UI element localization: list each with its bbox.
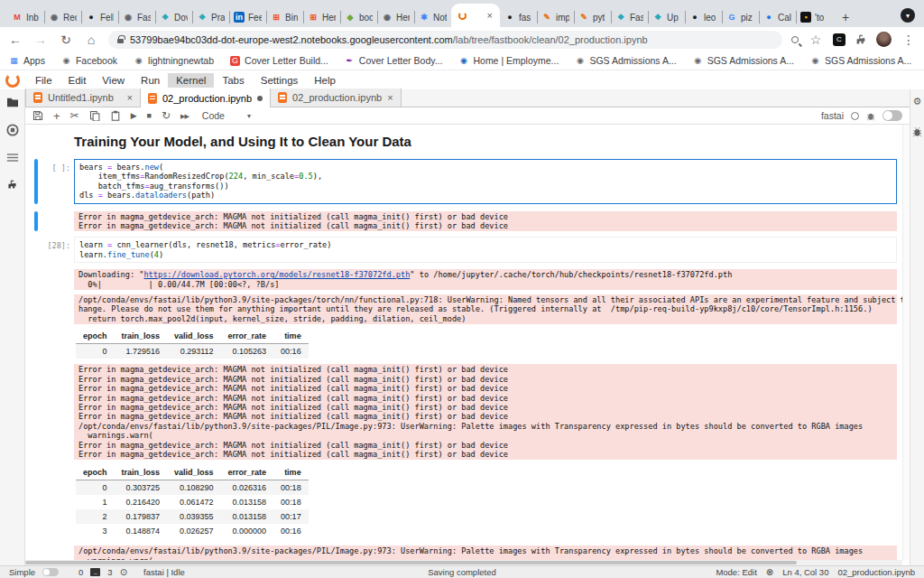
- browser-tab[interactable]: in Fee: [229, 7, 266, 27]
- browser-menu-icon[interactable]: ⋮: [901, 33, 917, 47]
- browser-tab[interactable]: ● Fell: [81, 7, 118, 27]
- simple-mode-toggle[interactable]: [42, 568, 59, 576]
- stop-kernel-icon[interactable]: ■: [147, 112, 152, 120]
- tab-search-button[interactable]: ▾: [901, 8, 915, 23]
- tab-close-icon[interactable]: ×: [487, 11, 493, 21]
- bookmark-star-icon[interactable]: ☆: [808, 33, 824, 47]
- tab-title: pyt: [593, 13, 605, 23]
- menu-item[interactable]: Kernel: [168, 73, 214, 88]
- bookmark-item[interactable]: ✒ Cover Letter Body...: [345, 55, 443, 66]
- table-of-contents-icon[interactable]: [6, 153, 19, 163]
- debugger-bug-icon[interactable]: [866, 111, 875, 121]
- paste-cell-icon[interactable]: [110, 110, 121, 121]
- profile-avatar[interactable]: [876, 32, 892, 47]
- menu-item[interactable]: View: [94, 73, 133, 88]
- add-cell-icon[interactable]: +: [53, 110, 60, 122]
- browser-tab[interactable]: ◉ Rec: [44, 7, 81, 27]
- browser-tab[interactable]: ❖ Dov: [155, 7, 192, 27]
- unsaved-dot-icon[interactable]: [257, 96, 263, 101]
- browser-tab[interactable]: ◆ boo: [340, 7, 377, 27]
- doc-tab-02-production-active[interactable]: 02_production.ipynb: [141, 89, 271, 107]
- close-icon[interactable]: ×: [387, 92, 393, 103]
- url-text[interactable]: 53799bae94bc03dd-dot-europe-west2.notebo…: [130, 34, 648, 45]
- menu-item[interactable]: Edit: [60, 73, 95, 88]
- browser-tab[interactable]: ✱ Not: [414, 7, 451, 27]
- file-browser-folder-icon[interactable]: [6, 97, 19, 107]
- bookmark-favicon-icon: ◉: [134, 56, 143, 66]
- bookmark-item[interactable]: ◉ SGS Admissions A...: [693, 55, 794, 66]
- browser-tab[interactable]: ❖ Pra: [192, 7, 229, 27]
- extension-c-icon[interactable]: C: [833, 33, 845, 46]
- back-button[interactable]: ←: [7, 33, 23, 47]
- browser-tab[interactable]: G piz: [722, 7, 759, 27]
- kernel-name-label[interactable]: fastai: [821, 110, 844, 121]
- scrollbar-thumb[interactable]: [25, 561, 797, 564]
- browser-tab[interactable]: ● leo: [685, 7, 722, 27]
- browser-tab[interactable]: M Inb: [7, 7, 44, 27]
- running-kernels-icon[interactable]: [6, 124, 19, 136]
- cut-cell-icon[interactable]: ✂: [70, 110, 79, 121]
- terminal-icon[interactable]: _: [90, 568, 100, 576]
- browser-tab[interactable]: ❖ Fas: [611, 7, 648, 27]
- menu-item[interactable]: Help: [306, 73, 344, 88]
- reload-button[interactable]: ↻: [58, 33, 74, 47]
- toolbar-toggle[interactable]: [882, 110, 902, 121]
- stderr-line: Error in magma_getdevice_arch: MAGMA not…: [79, 212, 892, 221]
- browser-tab[interactable]: ⊞ Bin: [266, 7, 303, 27]
- bookmark-item[interactable]: ◉ lightningnewtab: [134, 55, 214, 66]
- chevron-down-icon[interactable]: ▾: [247, 112, 251, 120]
- forward-button[interactable]: →: [32, 33, 49, 47]
- extensions-puzzle-icon[interactable]: [855, 33, 867, 46]
- kernel-sessions-icon[interactable]: ⊙: [120, 567, 127, 577]
- kernel-status-circle-icon[interactable]: [851, 112, 859, 120]
- browser-tab[interactable]: ✎ pyt: [574, 7, 611, 27]
- code-editor[interactable]: learn = cnn_learner(dls, resnet18, metri…: [74, 237, 897, 263]
- menu-item[interactable]: File: [27, 73, 60, 88]
- property-inspector-gears-icon[interactable]: ⚙: [913, 97, 922, 107]
- tab-favicon-icon: ❖: [615, 12, 626, 23]
- extension-manager-puzzle-icon[interactable]: [6, 179, 18, 191]
- kernel-status-label[interactable]: fastai | Idle: [143, 567, 185, 577]
- browser-tab[interactable]: ▪ 'to: [796, 7, 833, 27]
- copy-cell-icon[interactable]: [89, 110, 100, 121]
- stderr-output: Downloading: "https://download.pytorch.o…: [74, 269, 897, 290]
- home-button[interactable]: ⌂: [83, 33, 99, 47]
- bookmark-item[interactable]: ◉ SGS Admissions A...: [810, 55, 911, 66]
- new-tab-button[interactable]: +: [833, 7, 858, 27]
- bookmark-item[interactable]: G Cover Letter Build...: [230, 55, 328, 66]
- browser-tab[interactable]: ● fas: [500, 7, 537, 27]
- notification-icon[interactable]: ⊗: [766, 567, 773, 577]
- bookmark-item[interactable]: ◉ Facebook: [61, 55, 117, 66]
- browser-tab[interactable]: ● Cal: [759, 7, 796, 27]
- browser-tab[interactable]: ❖ Up: [648, 7, 685, 27]
- save-icon[interactable]: [32, 110, 43, 121]
- bookmark-item[interactable]: ▦ Apps: [9, 55, 45, 66]
- browser-tab[interactable]: ◉ Her: [377, 7, 414, 27]
- address-bar[interactable]: 53799bae94bc03dd-dot-europe-west2.notebo…: [108, 31, 782, 49]
- run-cell-icon[interactable]: ▶: [131, 112, 137, 120]
- debugger-bug-icon[interactable]: [912, 126, 922, 137]
- code-editor[interactable]: bears = bears.new( item_tfms=RandomResiz…: [74, 159, 897, 204]
- bookmark-item[interactable]: ◉ SGS Admissions A...: [575, 55, 676, 66]
- code-cell-learner[interactable]: [28]: learn = cnn_learner(dls, resnet18,…: [25, 237, 897, 263]
- restart-kernel-icon[interactable]: ↻: [162, 110, 171, 121]
- cursor-position-label[interactable]: Ln 4, Col 30: [782, 567, 828, 577]
- zoom-icon[interactable]: [791, 36, 799, 43]
- doc-tab-02-production[interactable]: 02_production.ipynb ×: [271, 89, 402, 107]
- browser-tab[interactable]: ⊞ Her: [303, 7, 340, 27]
- menu-item[interactable]: Settings: [253, 73, 307, 88]
- doc-tab-untitled[interactable]: Untitled1.ipynb ×: [25, 89, 141, 107]
- browser-tab[interactable]: ✎ imp: [537, 7, 574, 27]
- code-cell-bears[interactable]: [ ]: bears = bears.new( item_tfms=Random…: [25, 159, 897, 204]
- bookmark-item[interactable]: ◉ Home | Employme...: [458, 55, 559, 66]
- tab-favicon-icon: ❖: [197, 12, 208, 23]
- active-browser-tab[interactable]: ×: [451, 4, 500, 27]
- restart-run-all-icon[interactable]: ▶▶: [180, 113, 189, 119]
- menu-item[interactable]: Run: [133, 73, 168, 88]
- cell-type-dropdown[interactable]: Code: [202, 110, 225, 121]
- menu-item[interactable]: Tabs: [214, 73, 252, 88]
- download-url-link[interactable]: https://download.pytorch.org/models/resn…: [143, 270, 410, 279]
- vertical-scrollbar[interactable]: [902, 125, 910, 560]
- browser-tab[interactable]: ◉ Fas: [118, 7, 155, 27]
- close-icon[interactable]: ×: [127, 92, 133, 103]
